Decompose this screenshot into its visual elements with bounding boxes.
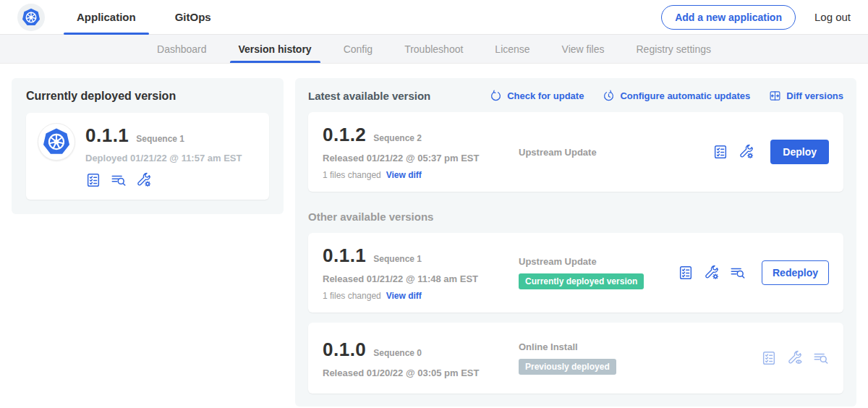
logout-button[interactable]: Log out bbox=[814, 11, 851, 23]
version-source-label: Upstream Update bbox=[519, 256, 678, 267]
currently-deployed-badge: Currently deployed version bbox=[519, 273, 644, 289]
view-config-icon[interactable] bbox=[787, 350, 803, 366]
latest-available-title: Latest available version bbox=[308, 90, 430, 102]
version-number: 0.1.0 bbox=[323, 339, 366, 361]
subnav-config[interactable]: Config bbox=[328, 35, 388, 63]
preflight-checks-icon[interactable] bbox=[85, 172, 101, 188]
subnav-dashboard[interactable]: Dashboard bbox=[141, 35, 223, 63]
deployed-app-logo bbox=[38, 123, 75, 161]
subnav-registry-settings[interactable]: Registry settings bbox=[621, 35, 727, 63]
schedule-icon bbox=[603, 90, 615, 102]
top-header: Application GitOps Add a new application… bbox=[0, 0, 868, 35]
diff-versions-link[interactable]: Diff versions bbox=[769, 90, 843, 102]
preflight-checks-icon[interactable] bbox=[678, 265, 694, 281]
tab-gitops-label: GitOps bbox=[175, 11, 211, 23]
deployed-version-card: 0.1.1 Sequence 1 Deployed 01/21/22 @ 11:… bbox=[26, 113, 269, 200]
configure-automatic-updates-link[interactable]: Configure automatic updates bbox=[603, 90, 750, 102]
refresh-icon bbox=[490, 90, 502, 102]
deploy-button[interactable]: Deploy bbox=[770, 140, 829, 164]
preflight-checks-icon[interactable] bbox=[712, 144, 728, 160]
edit-config-icon[interactable] bbox=[136, 172, 152, 188]
active-tab-underline bbox=[64, 33, 149, 35]
redeploy-button[interactable]: Redeploy bbox=[762, 260, 829, 285]
app-subnav: Dashboard Version history Config Trouble… bbox=[0, 35, 868, 64]
subnav-troubleshoot[interactable]: Troubleshoot bbox=[388, 35, 479, 63]
released-timestamp: Released 01/21/22 @ 05:37 pm EST bbox=[323, 153, 514, 163]
active-subtab-underline bbox=[230, 61, 320, 63]
deployed-sequence-label: Sequence 1 bbox=[136, 134, 184, 144]
view-diff-link[interactable]: View diff bbox=[386, 170, 422, 180]
deployed-version-number: 0.1.1 bbox=[85, 124, 129, 147]
other-available-versions-title: Other available versions bbox=[308, 211, 843, 223]
main-content: Currently deployed version 0.1.1 Sequenc… bbox=[0, 64, 868, 408]
version-row-0-1-0: 0.1.0 Sequence 0 Released 01/20/22 @ 03:… bbox=[308, 323, 843, 394]
version-row-0-1-1: 0.1.1 Sequence 1 Released 01/21/22 @ 11:… bbox=[308, 233, 843, 313]
edit-config-icon[interactable] bbox=[739, 144, 754, 160]
tab-gitops[interactable]: GitOps bbox=[171, 0, 216, 34]
preflight-checks-icon[interactable] bbox=[761, 350, 777, 366]
version-source-label: Upstream Update bbox=[519, 147, 712, 158]
files-changed-label: 1 files changed bbox=[323, 170, 381, 180]
kubernetes-icon bbox=[21, 7, 41, 27]
release-notes-icon[interactable] bbox=[813, 350, 829, 366]
sequence-label: Sequence 0 bbox=[373, 348, 422, 358]
release-notes-icon[interactable] bbox=[730, 265, 746, 281]
subnav-version-history[interactable]: Version history bbox=[223, 35, 328, 63]
version-number: 0.1.1 bbox=[323, 245, 366, 267]
tab-application[interactable]: Application bbox=[72, 0, 140, 34]
version-number: 0.1.2 bbox=[323, 124, 366, 146]
subnav-view-files[interactable]: View files bbox=[546, 35, 621, 63]
files-changed-label: 1 files changed bbox=[323, 291, 381, 301]
currently-deployed-title: Currently deployed version bbox=[26, 90, 269, 103]
add-application-button[interactable]: Add a new application bbox=[661, 5, 796, 30]
tab-application-label: Application bbox=[77, 11, 136, 23]
sequence-label: Sequence 1 bbox=[373, 254, 422, 264]
version-source-label: Online Install bbox=[519, 341, 761, 352]
sequence-label: Sequence 2 bbox=[373, 133, 422, 143]
released-timestamp: Released 01/21/22 @ 11:48 am EST bbox=[323, 273, 514, 284]
edit-config-icon[interactable] bbox=[704, 265, 720, 281]
app-logo bbox=[17, 4, 45, 31]
diff-icon bbox=[769, 90, 781, 102]
subnav-license[interactable]: License bbox=[479, 35, 545, 63]
kubernetes-icon bbox=[41, 127, 72, 157]
version-history-panel: Latest available version Check for updat… bbox=[295, 78, 856, 407]
previously-deployed-badge: Previously deployed bbox=[519, 359, 616, 375]
deployed-timestamp: Deployed 01/21/22 @ 11:57 am EST bbox=[85, 153, 242, 163]
version-row-0-1-2: 0.1.2 Sequence 2 Released 01/21/22 @ 05:… bbox=[308, 112, 843, 192]
currently-deployed-card: Currently deployed version 0.1.1 Sequenc… bbox=[12, 78, 284, 214]
release-notes-icon[interactable] bbox=[111, 172, 127, 188]
released-timestamp: Released 01/20/22 @ 03:05 pm EST bbox=[323, 367, 514, 378]
check-for-update-link[interactable]: Check for update bbox=[490, 90, 584, 102]
view-diff-link[interactable]: View diff bbox=[386, 291, 422, 301]
header-tabs: Application GitOps bbox=[72, 0, 246, 34]
